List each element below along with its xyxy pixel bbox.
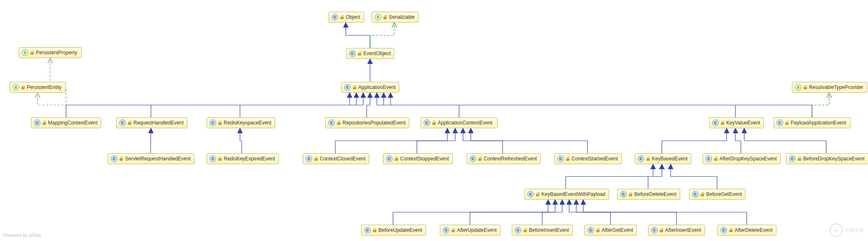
node-label: ResolvableTypeProvider [809, 84, 863, 90]
node-label: BeforeGetEvent [706, 191, 742, 197]
node-label: AfterUpdateEvent [457, 227, 497, 233]
lock-icon [383, 15, 387, 19]
edge-mappingContextEvent-to-persistentEntity [38, 93, 66, 117]
class-icon: C [789, 155, 796, 162]
lock-icon [352, 85, 357, 89]
uml-node-beforeUpdateEvent: CBeforeUpdateEvent [361, 225, 426, 236]
lock-icon [596, 228, 600, 232]
lock-icon [373, 228, 377, 232]
edge-beforeGetEvent-to-keyBasedEvent [671, 164, 717, 189]
edge-beforeInsertEvent-to-keyBasedEventWithPayload [542, 200, 562, 225]
node-label: EventObject [363, 51, 391, 56]
lock-icon [314, 157, 318, 161]
edge-redisKeyspaceEvent-to-applicationEvent [240, 93, 363, 117]
node-label: MappingContextEvent [48, 120, 97, 126]
node-label: ContextClosedEvent [320, 156, 365, 162]
lock-icon [478, 157, 482, 161]
lock-icon [42, 121, 46, 125]
node-label: ContextRefreshedEvent [484, 156, 537, 162]
edge-contextStartedEvent-to-applicationContextEvent [471, 128, 587, 153]
lock-icon [128, 121, 132, 125]
uml-node-eventObject: CEventObject [346, 48, 394, 59]
class-icon: C [386, 155, 393, 162]
class-icon: C [209, 155, 216, 162]
uml-node-keyValueEvent: CKeyValueEvent [709, 117, 764, 128]
uml-node-persistentEntity: IPersistentEntity [10, 82, 66, 93]
uml-node-afterDeleteEvent: CAfterDeleteEvent [717, 225, 776, 236]
class-icon: C [638, 155, 644, 162]
node-label: Serializable [389, 14, 415, 20]
class-icon: C [209, 119, 216, 126]
edge-applicationContextEvent-to-applicationEvent [377, 93, 459, 117]
class-icon: C [515, 227, 521, 233]
uml-node-keyBasedEvent: CKeyBasedEvent [635, 153, 691, 164]
class-icon: C [443, 227, 449, 233]
node-label: Object [346, 14, 360, 20]
node-label: ContextStartedEvent [572, 156, 618, 162]
node-label: RedisKeyspaceEvent [224, 120, 271, 126]
edge-keyBasedEventWithPayload-to-keyBasedEvent [566, 164, 653, 189]
lock-icon [714, 157, 718, 161]
node-label: KeyValueEvent [726, 120, 760, 126]
node-label: KeyBasedEvent [652, 156, 687, 162]
class-icon: C [587, 227, 594, 233]
class-icon: C [705, 155, 712, 162]
edge-servletRequestHandledEvent-to-requestHandledEvent [151, 128, 151, 153]
uml-node-afterDropKeySpaceEvent: CAfterDropKeySpaceEvent [702, 153, 781, 164]
interface-icon: I [795, 84, 802, 91]
node-label: AfterInsertEvent [665, 227, 701, 233]
node-label: RedisKeyExpiredEvent [224, 156, 275, 162]
edge-afterUpdateEvent-to-keyBasedEventWithPayload [470, 200, 555, 225]
uml-node-serializable: ISerializable [372, 12, 419, 23]
edge-afterGetEvent-to-keyBasedEventWithPayload [569, 200, 610, 225]
edge-payloadApplicationEvent-to-applicationEvent [391, 93, 812, 117]
lock-icon [21, 85, 25, 89]
lock-icon [803, 85, 807, 89]
edge-mappingContextEvent-to-applicationEvent [66, 93, 350, 117]
uml-node-beforeGetEvent: CBeforeGetEvent [689, 189, 745, 200]
class-icon: C [364, 227, 371, 233]
lock-icon [720, 121, 725, 125]
node-label: BeforeUpdateEvent [378, 227, 422, 233]
class-icon: C [344, 84, 351, 91]
uml-node-afterUpdateEvent: CAfterUpdateEvent [440, 225, 500, 236]
lock-icon [394, 157, 398, 161]
class-icon: C [651, 227, 658, 233]
class-icon: C [712, 119, 719, 126]
edge-payloadApplicationEvent-to-resolvableTypeProvider [812, 93, 829, 117]
watermark-text: 创新互联 [845, 227, 864, 233]
lock-icon [646, 157, 650, 161]
node-label: PersistentProperty [36, 50, 77, 56]
class-icon: C [34, 119, 41, 126]
class-icon: C [692, 191, 699, 198]
node-label: ApplicationContextEvent [438, 120, 493, 126]
edge-afterDropKeySpaceEvent-to-keyValueEvent [735, 128, 741, 153]
edge-contextRefreshedEvent-to-applicationContextEvent [463, 128, 503, 153]
lock-icon [119, 157, 123, 161]
node-label: RequestHandledEvent [133, 120, 184, 126]
lock-icon [536, 192, 540, 196]
edge-afterDeleteEvent-to-keyBasedEventWithPayload [583, 200, 747, 225]
class-icon: C [111, 155, 117, 162]
edge-redisKeyExpiredEvent-to-redisKeyspaceEvent [240, 128, 242, 153]
watermark: ⟐ 创新互联 [830, 223, 864, 237]
class-icon: C [720, 227, 727, 233]
node-label: ServletRequestHandledEvent [125, 156, 191, 162]
node-label: ApplicationEvent [358, 84, 396, 90]
lock-icon [357, 51, 362, 56]
lock-icon [30, 51, 34, 55]
uml-node-redisKeyspaceEvent: CRedisKeyspaceEvent [207, 117, 275, 128]
uml-node-contextClosedEvent: CContextClosedEvent [303, 153, 369, 164]
edge-repositoriesPopulatedEvent-to-applicationEvent [367, 93, 370, 117]
uml-node-beforeInsertEvent: CBeforeInsertEvent [512, 225, 573, 236]
uml-node-contextRefreshedEvent: CContextRefreshedEvent [467, 153, 541, 164]
lock-icon [337, 121, 341, 125]
uml-node-applicationEvent: CApplicationEvent [341, 82, 399, 93]
uml-node-keyBasedEventWithPayload: CKeyBasedEventWithPayload [524, 189, 609, 200]
uml-node-applicationContextEvent: CApplicationContextEvent [421, 117, 498, 128]
node-label: BeforeDeleteEvent [634, 191, 677, 197]
uml-node-contextStartedEvent: CContextStartedEvent [554, 153, 622, 164]
edge-afterInsertEvent-to-keyBasedEventWithPayload [576, 200, 677, 225]
class-icon: C [119, 119, 126, 126]
lock-icon [218, 121, 222, 125]
